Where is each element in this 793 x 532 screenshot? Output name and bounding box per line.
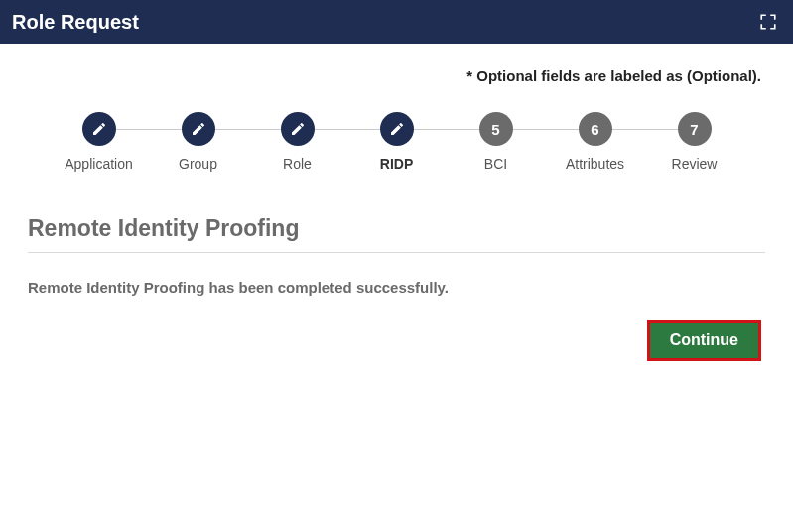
progress-stepper: ApplicationGroupRoleRIDP5BCI6Attributes7… [28,112,765,172]
step-attributes[interactable]: 6Attributes [546,112,645,172]
step-label: Review [672,156,718,172]
pencil-icon [281,112,315,146]
step-number: 7 [678,112,712,146]
status-message: Remote Identity Proofing has been comple… [28,279,765,296]
step-label: Group [179,156,217,172]
modal-content: * Optional fields are labeled as (Option… [0,44,793,361]
step-application[interactable]: Application [50,112,149,172]
pencil-icon [182,112,215,146]
modal-header: Role Request [0,0,793,44]
pencil-icon [380,112,414,146]
optional-fields-note: * Optional fields are labeled as (Option… [28,67,765,84]
step-role[interactable]: Role [248,112,347,172]
step-number: 5 [479,112,513,146]
action-bar: Continue [28,320,765,361]
step-bci[interactable]: 5BCI [447,112,546,172]
step-label: RIDP [380,156,413,172]
modal-title: Role Request [12,11,139,34]
step-label: Role [283,156,312,172]
step-connector [315,129,380,130]
step-connector [513,129,579,130]
step-connector [215,129,281,130]
step-connector [612,129,678,130]
expand-icon[interactable] [759,13,777,31]
step-connector [116,129,182,130]
step-ridp[interactable]: RIDP [347,112,447,172]
step-review[interactable]: 7Review [645,112,744,172]
step-group[interactable]: Group [149,112,248,172]
section-title: Remote Identity Proofing [28,215,765,253]
step-label: BCI [484,156,507,172]
step-number: 6 [579,112,612,146]
step-connector [414,129,479,130]
continue-button[interactable]: Continue [647,320,761,361]
step-label: Attributes [566,156,624,172]
pencil-icon [82,112,116,146]
step-label: Application [65,156,133,172]
